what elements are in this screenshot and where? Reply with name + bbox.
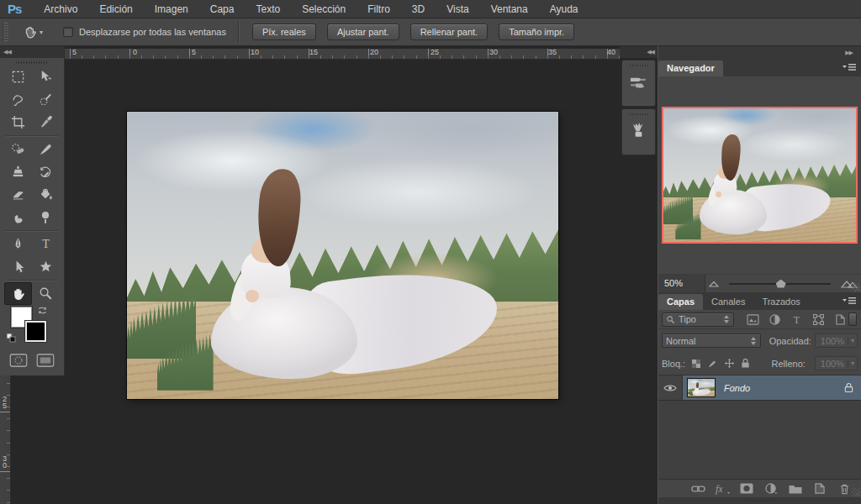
path-selection-tool[interactable] [4,255,32,278]
opacity-value-box[interactable]: 100% ▾ [815,333,858,348]
filter-pixel-layers-icon[interactable] [742,314,763,325]
zoom-tool[interactable] [32,282,60,305]
quick-mask-button[interactable] [8,352,30,369]
document-canvas[interactable] [127,112,558,399]
blend-mode-select[interactable]: Normal [662,333,761,348]
tools-panel-header[interactable]: ◀◀ [0,46,64,58]
paint-bucket-tool[interactable] [32,183,60,206]
tab-capas[interactable]: Capas [658,294,703,310]
filter-shape-layers-icon[interactable] [808,314,828,325]
tools-panel-grip[interactable] [16,61,48,64]
tool-preset-picker[interactable]: ▾ [18,23,46,41]
chevron-down-icon[interactable]: ▾ [848,337,857,344]
panel-resize-grip[interactable] [852,283,860,291]
menu-item[interactable]: Imagen [144,0,199,18]
navigator-thumbnail[interactable] [662,107,858,244]
navigator-view-box[interactable] [662,107,858,244]
mini-dock-header[interactable]: ◀◀ [620,46,658,58]
new-layer-button[interactable] [811,483,829,494]
crop-tool[interactable] [4,111,32,134]
lock-transparency-icon[interactable] [691,359,701,369]
smudge-tool[interactable] [4,206,32,228]
layer-style-button[interactable]: fx [713,483,732,495]
history-brush-tool[interactable] [32,160,60,183]
type-tool[interactable]: T [32,233,60,255]
lasso-tool[interactable] [4,88,32,111]
lock-position-icon[interactable] [724,358,735,369]
eraser-tool[interactable] [4,183,32,206]
pen-tool[interactable] [4,233,32,255]
navigator-zoom-slider[interactable] [729,283,831,285]
quick-selection-tool[interactable] [32,88,60,111]
photo-scene [127,112,558,399]
spot-healing-brush-tool[interactable] [4,138,32,160]
screen-mode-button[interactable] [34,352,57,369]
chevron-down-icon[interactable]: ▾ [848,360,857,367]
lock-pixels-icon[interactable] [707,358,718,369]
new-group-button[interactable] [786,484,805,494]
custom-shape-tool[interactable] [32,255,60,278]
dock-bottom-strip[interactable] [658,497,861,504]
options-button[interactable]: Rellenar pant. [410,24,489,40]
menu-item[interactable]: Vista [436,0,479,18]
dock-header[interactable]: ▶▶ [658,46,861,59]
collapse-double-arrow-icon[interactable]: ◀◀ [647,49,654,55]
menu-item[interactable]: Archivo [33,0,88,18]
new-layer-icon [815,483,825,494]
slider-thumb[interactable] [776,280,786,288]
add-layer-mask-button[interactable] [737,483,756,494]
layer-selected-area[interactable]: Fondo [683,375,861,400]
new-adjustment-layer-button[interactable] [762,483,780,494]
tab-trazados[interactable]: Trazados [753,294,808,310]
horizontal-ruler[interactable]: 50510152025303540 [11,49,620,60]
layer-row-fondo[interactable]: Fondo [658,375,861,401]
brush-presets-panel-button[interactable] [621,108,656,155]
menu-item[interactable]: Texto [245,0,291,18]
menu-item[interactable]: Filtro [357,0,401,18]
layer-visibility-cell[interactable] [658,375,683,400]
tab-canales[interactable]: Canales [703,294,753,310]
layer-thumbnail[interactable] [687,378,716,397]
swap-colors-icon[interactable] [37,305,48,316]
zoom-out-icon[interactable] [709,281,719,287]
filter-adjustment-layers-icon[interactable] [764,314,784,325]
filter-type-layers-icon[interactable]: T [786,314,806,325]
menu-item[interactable]: Edición [88,0,143,18]
filter-type-select[interactable]: Tipo [662,312,734,327]
smudge-finger-icon [10,209,26,225]
brush-settings-panel-button[interactable] [621,60,656,107]
scroll-all-windows-checkbox[interactable] [63,27,73,37]
menu-item[interactable]: Selección [291,0,357,18]
options-button[interactable]: Ajustar pant. [327,24,399,40]
panel-resize-grip[interactable] [852,488,860,496]
rectangular-marquee-tool[interactable] [4,66,32,88]
filtering-toggle[interactable] [848,312,857,326]
expand-double-arrow-icon[interactable]: ▶▶ [845,50,853,56]
menu-item[interactable]: 3D [401,0,436,18]
navigator-zoom-value[interactable]: 50% [658,275,705,292]
filter-smart-objects-icon[interactable] [830,314,850,325]
move-tool[interactable] [32,66,60,88]
eyedropper-tool[interactable] [32,111,60,134]
hand-tool[interactable] [4,282,32,305]
options-bar-grip[interactable] [3,23,8,41]
default-colors-icon[interactable] [6,333,16,343]
blend-mode-row: Normal Opacidad: 100% ▾ [658,329,861,352]
collapse-double-arrow-icon[interactable]: ◀◀ [3,49,11,55]
panel-menu-icon[interactable] [843,63,856,71]
brush-tool[interactable] [32,138,60,160]
link-layers-button[interactable] [689,485,707,493]
background-color-swatch[interactable] [25,321,46,342]
menu-item[interactable]: Ventana [480,0,539,18]
menu-item[interactable]: Capa [199,0,246,18]
menu-item[interactable]: Ayuda [539,0,589,18]
fill-value-box[interactable]: 100% ▾ [815,356,858,370]
panel-menu-icon[interactable] [843,297,856,305]
options-button[interactable]: Tamaño impr. [499,24,574,40]
dodge-tool[interactable] [32,206,60,228]
clone-stamp-tool[interactable] [4,160,32,183]
options-button[interactable]: Píx. reales [252,24,316,40]
lock-all-icon[interactable] [741,358,750,369]
delete-layer-button[interactable] [835,483,853,495]
tab-navegador[interactable]: Navegador [658,60,723,76]
